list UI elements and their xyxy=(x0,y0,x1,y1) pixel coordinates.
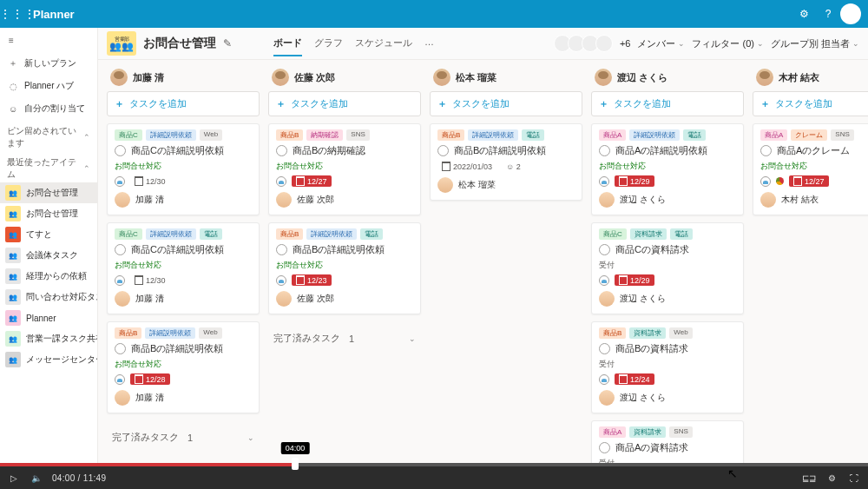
complete-circle-icon[interactable] xyxy=(599,145,610,156)
task-card[interactable]: 商品B詳細説明依頼電話商品Bの詳細説明依頼お問合せ対応 12/23佐藤 次郎 xyxy=(268,222,421,314)
sidebar-collapse-icon[interactable]: ≡ xyxy=(0,28,97,52)
card-tags: 商品B資料請求Web xyxy=(599,327,736,339)
tab-board[interactable]: ボード xyxy=(273,31,302,56)
filter-dropdown[interactable]: フィルター (0)⌄ xyxy=(692,37,764,50)
task-card[interactable]: 商品AクレームSNS商品Aのクレームお問合せ対応 12/27木村 結衣 xyxy=(753,123,868,215)
card-category: お問合せ対応 xyxy=(115,359,252,370)
sidebar-plan-item[interactable]: 👥問い合わせ対応タスク xyxy=(0,287,97,307)
tab-schedule[interactable]: スケジュール xyxy=(355,31,412,56)
card-title: 商品Aの資料請求 xyxy=(615,441,688,454)
recent-section-header[interactable]: 最近使ったアイテム⌃ xyxy=(0,151,97,182)
card-meta: 2022/01/03☺ 2 xyxy=(437,161,575,172)
assigned-to-me-link[interactable]: ☺自分の割り当て xyxy=(0,97,97,120)
task-card[interactable]: 商品B詳細説明依頼電話商品Bの詳細説明依頼 2022/01/03☺ 2松本 瑠菜 xyxy=(430,123,582,201)
chevron-up-icon: ⌃ xyxy=(83,164,90,173)
pivot-tabs: ボード グラフ スケジュール … xyxy=(273,31,434,56)
new-plan-button[interactable]: ＋新しいプラン xyxy=(0,52,97,75)
sidebar-plan-item[interactable]: 👥お問合せ管理 xyxy=(0,182,97,203)
complete-circle-icon[interactable] xyxy=(760,145,772,156)
sidebar-plan-item[interactable]: 👥お問合せ管理 xyxy=(0,203,97,224)
complete-circle-icon[interactable] xyxy=(599,442,610,453)
captions-icon[interactable]: ⊑⊒ xyxy=(802,471,816,485)
task-card[interactable]: 商品C詳細説明依頼Web商品Cの詳細説明依頼お問合せ対応 12/30加藤 清 xyxy=(107,123,260,215)
tag: 商品A xyxy=(599,129,626,141)
sidebar-plan-item[interactable]: 👥経理からの依頼 xyxy=(0,266,97,287)
tab-chart[interactable]: グラフ xyxy=(314,31,343,56)
tab-more-icon[interactable]: … xyxy=(424,31,434,56)
checklist-count: ☺ 2 xyxy=(502,162,525,172)
task-card[interactable]: 商品B納期確認SNS商品Bの納期確認お問合せ対応 12/27佐藤 次郎 xyxy=(268,123,421,215)
task-card[interactable]: 商品A資料請求SNS商品Aの資料請求受付 12/28渡辺 さくら xyxy=(591,420,744,466)
planner-hub-link[interactable]: ◌Planner ハブ xyxy=(0,75,97,97)
add-task-button[interactable]: ＋タスクを追加 xyxy=(430,91,582,116)
volume-icon[interactable]: 🔈 xyxy=(30,471,43,485)
add-task-button[interactable]: ＋タスクを追加 xyxy=(107,91,260,116)
video-control-bar: 04:00 ▷ 🔈 04:00 / 11:49 ⊑⊒ ⚙ ⛶ xyxy=(0,466,868,489)
column-header[interactable]: 木村 結衣 xyxy=(753,67,868,91)
complete-circle-icon[interactable] xyxy=(276,244,287,255)
card-assignee: 加藤 清 xyxy=(115,291,252,307)
card-category: お問合せ対応 xyxy=(599,161,736,172)
calendar-icon xyxy=(619,275,628,285)
task-card[interactable]: 商品C詳細説明依頼電話商品Cの詳細説明依頼お問合せ対応 12/30加藤 清 xyxy=(107,222,260,314)
bucket-name: 佐藤 次郎 xyxy=(294,71,335,84)
tag: 商品C xyxy=(115,228,142,240)
video-scrubber[interactable] xyxy=(292,458,299,470)
complete-circle-icon[interactable] xyxy=(437,145,449,156)
add-task-button[interactable]: ＋タスクを追加 xyxy=(753,91,868,116)
complete-circle-icon[interactable] xyxy=(599,244,610,255)
card-title-row: 商品Aの詳細説明依頼 xyxy=(599,144,736,157)
tag: 商品B xyxy=(115,327,141,339)
due-date: 12/23 xyxy=(292,274,332,286)
sidebar-plan-item[interactable]: 👥メッセージセンター情... xyxy=(0,349,97,370)
pinned-section-header[interactable]: ピン留めされています⌃ xyxy=(0,120,97,151)
groupby-dropdown[interactable]: グループ別 担当者⌄ xyxy=(771,37,859,50)
column-header[interactable]: 加藤 清 xyxy=(107,67,260,91)
video-progress[interactable]: 04:00 xyxy=(0,463,868,466)
edit-title-icon[interactable]: ✎ xyxy=(223,37,232,50)
card-title-row: 商品Cの詳細説明依頼 xyxy=(115,144,252,157)
members-dropdown[interactable]: メンバー⌄ xyxy=(637,37,685,50)
waffle-icon[interactable]: ⋮⋮⋮ xyxy=(7,3,28,24)
plan-badge-icon: 営業部👥👥 xyxy=(107,31,136,56)
sidebar-plan-item[interactable]: 👥会議体タスク xyxy=(0,245,97,266)
task-card[interactable]: 商品B資料請求Web商品Bの資料請求受付 12/24渡辺 さくら xyxy=(591,321,744,413)
video-settings-icon[interactable]: ⚙ xyxy=(825,471,838,485)
play-icon[interactable]: ▷ xyxy=(7,471,21,485)
tag: 詳細説明依頼 xyxy=(146,129,196,141)
fullscreen-icon[interactable]: ⛶ xyxy=(847,471,861,485)
add-task-button[interactable]: ＋タスクを追加 xyxy=(591,91,744,116)
add-task-button[interactable]: ＋タスクを追加 xyxy=(268,91,421,116)
card-category: お問合せ対応 xyxy=(276,161,413,172)
plan-item-label: メッセージセンター情... xyxy=(26,354,97,366)
sidebar-plan-item[interactable]: 👥営業一課タスク共有 xyxy=(0,328,97,349)
completed-tasks-toggle[interactable]: 完了済みタスク1⌄ xyxy=(268,325,421,352)
settings-icon[interactable]: ⚙ xyxy=(792,2,816,26)
plus-icon: ＋ xyxy=(115,97,124,110)
member-avatars[interactable] xyxy=(557,35,613,52)
complete-circle-icon[interactable] xyxy=(115,145,126,156)
calendar-icon xyxy=(619,176,628,186)
column-header[interactable]: 佐藤 次郎 xyxy=(268,67,421,91)
task-card[interactable]: 商品A詳細説明依頼電話商品Aの詳細説明依頼お問合せ対応 12/29渡辺 さくら xyxy=(591,123,744,215)
column-header[interactable]: 松本 瑠菜 xyxy=(430,67,582,91)
completed-tasks-toggle[interactable]: 完了済みタスク1⌄ xyxy=(107,424,260,451)
task-card[interactable]: 商品C資料請求電話商品Cの資料請求受付 12/29渡辺 さくら xyxy=(591,222,744,314)
progress-icon xyxy=(760,176,771,187)
board-column: 木村 結衣 ＋タスクを追加商品AクレームSNS商品Aのクレームお問合せ対応 12… xyxy=(753,67,868,458)
complete-circle-icon[interactable] xyxy=(115,343,126,354)
user-avatar[interactable] xyxy=(840,3,861,24)
card-category: お問合せ対応 xyxy=(115,260,252,271)
complete-circle-icon[interactable] xyxy=(115,244,126,255)
sidebar-plan-item[interactable]: 👥てすと xyxy=(0,224,97,245)
tag: 詳細説明依頼 xyxy=(306,228,357,240)
complete-circle-icon[interactable] xyxy=(276,145,287,156)
card-title-row: 商品Cの資料請求 xyxy=(599,243,736,256)
help-icon[interactable]: ? xyxy=(816,2,840,26)
sidebar-plan-item[interactable]: 👥Planner xyxy=(0,307,97,328)
column-header[interactable]: 渡辺 さくら xyxy=(591,67,744,91)
card-title: 商品Aの詳細説明依頼 xyxy=(615,144,707,157)
task-card[interactable]: 商品B詳細説明依頼Web商品Bの詳細説明依頼お問合せ対応 12/28加藤 清 xyxy=(107,321,260,413)
tag: 電話 xyxy=(522,129,544,141)
complete-circle-icon[interactable] xyxy=(599,343,610,354)
